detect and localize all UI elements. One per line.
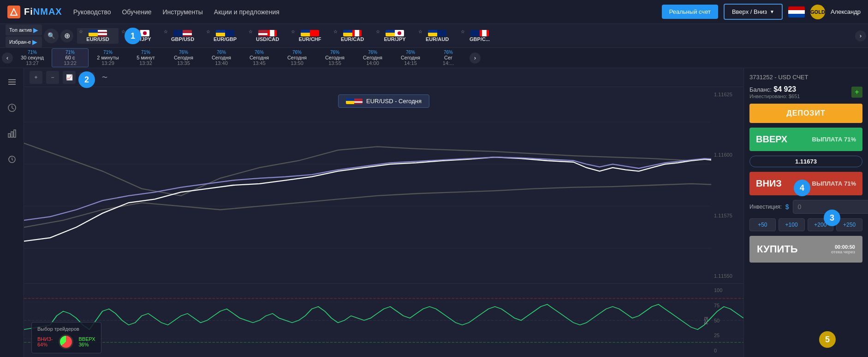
up-payout: ВЫПЛАТА 71% xyxy=(812,136,856,143)
real-account-button[interactable]: Реальный счет xyxy=(662,5,718,19)
chart-toolbar: + − 📈 1h 〜 xyxy=(24,68,743,87)
time-item-60s[interactable]: 71% 60 с 13:22 xyxy=(52,48,89,67)
zoom-in-button[interactable]: + xyxy=(30,71,42,84)
asset-list: ☆ EUR/USD ☆ USD/JPY ☆ GBP/USD xyxy=(77,28,855,44)
search-button[interactable]: 🔍 xyxy=(44,29,59,43)
chart-main: EUR/USD - Сегодня 1.11625 1.11600 1.1157… xyxy=(24,87,743,283)
asset-name-gbpusd: GBP/USD xyxy=(171,36,194,42)
time-item-today1[interactable]: 76% Сегодня 13:35 xyxy=(165,49,202,67)
time-item-today7[interactable]: 76% Сегодня 14:15 xyxy=(392,49,429,67)
time-item-today3[interactable]: 76% Сегодня 13:45 xyxy=(241,49,278,67)
invest-line: Инвестировано: $651 xyxy=(749,94,800,99)
asset-item-gbpc[interactable]: ☆ GBP/C... xyxy=(459,28,500,44)
time-item-today4[interactable]: 76% Сегодня 13:50 xyxy=(279,49,315,67)
svg-rect-2 xyxy=(8,79,16,80)
time-item-5m[interactable]: 71% 5 минут 13:32 xyxy=(127,49,164,67)
time-label: 60 с xyxy=(65,55,75,60)
asset-item-eurchf[interactable]: ☆ EUR/CHF xyxy=(289,28,331,44)
investment-row: Инвестиция: $ xyxy=(749,200,862,214)
time-val: 13:32 xyxy=(139,60,152,66)
time-item-today5[interactable]: 76% Сегодня 13:55 xyxy=(316,49,353,67)
price-level-4: 1.11550 xyxy=(714,273,741,279)
nav-promo[interactable]: Акции и предложения xyxy=(214,8,279,16)
time-pct: 71% xyxy=(28,50,37,55)
up-button[interactable]: ВВЕРХ ВЫПЛАТА 71% xyxy=(749,128,862,151)
time-val: 13:55 xyxy=(328,60,341,66)
asset-name-eurusd: EUR/USD xyxy=(86,36,109,42)
time-pct: 76% xyxy=(444,50,453,55)
balance-label: Баланс: xyxy=(749,86,772,93)
deposit-button[interactable]: ДЕПОЗИТ xyxy=(749,104,862,123)
asset-item-eurusd[interactable]: ☆ EUR/USD xyxy=(77,28,119,44)
favorites-button[interactable]: Избран-е ▶ xyxy=(6,36,42,47)
quick-add-100[interactable]: +100 xyxy=(779,218,805,231)
time-item-today2[interactable]: 76% Сегодня 13:40 xyxy=(203,49,240,67)
time-label: 2 минуты xyxy=(97,55,119,60)
updown-button[interactable]: Вверх / Вниз ▼ xyxy=(724,4,783,20)
time-val: 13:29 xyxy=(101,60,114,66)
tooltip-us-flag xyxy=(354,99,363,104)
eu-flag4 xyxy=(343,30,352,36)
quick-add-250[interactable]: +250 xyxy=(836,218,862,231)
time-scroll-left[interactable]: ‹ xyxy=(2,53,13,64)
asset-flags xyxy=(470,30,489,36)
asset-scroll-right[interactable]: › xyxy=(855,30,866,41)
time-pct: 76% xyxy=(217,50,226,55)
top-activ-button[interactable]: Топ актив ▶ xyxy=(6,24,42,35)
sidebar-icon-chart[interactable] xyxy=(4,125,20,142)
time-val: 14:... xyxy=(443,60,454,66)
time-item-30s[interactable]: 71% 30 секунд 13:27 xyxy=(14,49,51,67)
asset-item-eurjpy[interactable]: ☆ EUR/JPY xyxy=(374,28,416,44)
price-level-1: 1.11625 xyxy=(714,92,741,97)
asset-item-eurcad[interactable]: ☆ EUR/CAD xyxy=(332,28,373,44)
add-funds-button[interactable]: + xyxy=(851,87,862,98)
time-label: Сег xyxy=(444,55,452,60)
indicator-button[interactable]: 📈 xyxy=(63,71,76,84)
asset-item-gbpusd[interactable]: ☆ GBP/USD xyxy=(162,28,203,44)
rsi-label: RSI xyxy=(704,316,709,324)
language-flag[interactable] xyxy=(788,6,805,18)
rsi-25: 25 xyxy=(714,333,741,338)
chart-main-container: EUR/USD - Сегодня 1.11625 1.11600 1.1157… xyxy=(24,87,743,357)
chart-type-line[interactable]: 〜 xyxy=(98,72,111,83)
asset-item-euraud[interactable]: ☆ EUR/AUD xyxy=(416,28,458,44)
time-pct: 76% xyxy=(292,50,302,55)
asset-name-usdcad: USD/CAD xyxy=(256,36,279,42)
price-level-2: 1.11600 xyxy=(714,152,741,158)
asset-name-euraud: EUR/AUD xyxy=(426,36,449,42)
time-item-today8[interactable]: 76% Сег 14:... xyxy=(430,49,467,67)
nav-learn[interactable]: Обучение xyxy=(122,8,151,16)
logo: FiNMAX xyxy=(7,6,62,18)
jp-flag xyxy=(140,30,149,36)
asset-name-eurgbp: EUR/GBP xyxy=(214,36,237,42)
buy-label: КУПИТЬ xyxy=(757,243,798,255)
rsi-75: 75 xyxy=(714,303,741,308)
asset-flags xyxy=(428,30,446,36)
sidebar-icon-history[interactable] xyxy=(4,151,20,168)
top-nav: FiNMAX Руководство Обучение Инструменты … xyxy=(0,0,868,24)
add-asset-button[interactable]: ⊕ xyxy=(60,29,73,42)
favorites-label: Избран-е xyxy=(9,39,31,45)
time-scroll-right[interactable]: › xyxy=(470,53,481,64)
asset-item-usdcad[interactable]: ☆ USD/CAD xyxy=(247,28,288,44)
quick-add-50[interactable]: +50 xyxy=(749,218,776,231)
nav-right: Реальный счет Вверх / Вниз ▼ GOLD Алекса… xyxy=(662,4,861,20)
nav-guide[interactable]: Руководство xyxy=(73,8,111,16)
buy-button[interactable]: КУПИТЬ 00:00:50 отека через xyxy=(749,236,862,263)
time-label: Сегодня xyxy=(174,55,193,60)
updown-label: Вверх / Вниз xyxy=(732,8,767,15)
tooltip-eu-flag xyxy=(346,99,354,104)
time-pct: 76% xyxy=(406,50,415,55)
sidebar-icon-clock[interactable] xyxy=(4,99,20,116)
time-item-today6[interactable]: 76% Сегодня 14:00 xyxy=(354,49,391,67)
eu-flag6 xyxy=(428,30,437,36)
us-flag xyxy=(98,30,107,36)
rsi-chart-svg xyxy=(24,284,743,357)
sidebar-icon-bars[interactable] xyxy=(4,74,20,90)
zoom-out-button[interactable]: − xyxy=(46,71,59,84)
nav-tools[interactable]: Инструменты xyxy=(163,8,203,16)
asset-flags xyxy=(301,30,319,36)
asset-item-eurgbp[interactable]: ☆ EUR/GBP xyxy=(204,28,246,44)
down-payout: ВЫПЛАТА 71% xyxy=(812,180,856,187)
time-item-2m[interactable]: 71% 2 минуты 13:29 xyxy=(89,49,126,67)
